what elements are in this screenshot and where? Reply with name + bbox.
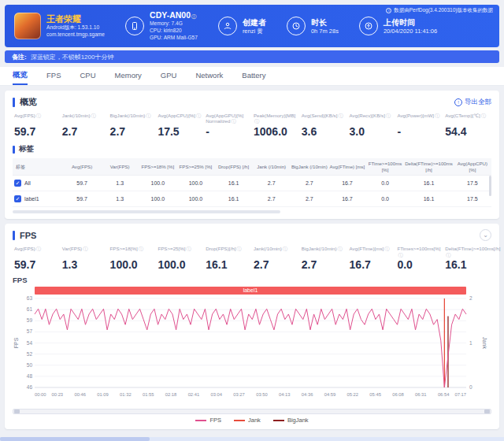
info-icon[interactable]: ⓘ: [36, 246, 41, 252]
row-checkbox[interactable]: ✓: [14, 195, 21, 202]
device-cpu: CPU: kirin820: [150, 28, 198, 35]
tab-gpu[interactable]: GPU: [161, 67, 177, 85]
tab-memory[interactable]: Memory: [115, 67, 142, 85]
table-cell: 1.3: [101, 191, 139, 207]
table-cell: 16.1: [215, 176, 253, 191]
report-header: 王者荣耀 Android版本: 1.53.1.10 com.tencent.tm…: [5, 5, 499, 47]
info-icon[interactable]: ⓘ: [283, 246, 287, 252]
duration-label: 时长: [311, 17, 339, 28]
table-cell: 100.0: [139, 176, 176, 191]
table-cell: 0.0: [366, 176, 404, 191]
row-label: label1: [24, 196, 39, 202]
table-header-cell: Var(FPS): [101, 158, 139, 176]
svg-text:07:17: 07:17: [454, 392, 466, 397]
upload-time-group: 上传时间 20/04/2020 11:41:06: [359, 17, 437, 35]
device-gpu: GPU: ARM Mali-G57: [150, 35, 198, 42]
upload-value: 20/04/2020 11:41:06: [384, 28, 437, 35]
info-icon[interactable]: ⓘ: [83, 246, 87, 252]
metric-value: -: [206, 125, 250, 138]
info-icon[interactable]: ⓘ: [446, 253, 450, 258]
overview-card: 概览 ↑ 导出全部 Avg(FPS)ⓘ59.7Jank(/10min)ⓘ2.7B…: [5, 91, 499, 219]
info-icon[interactable]: ⓘ: [398, 253, 402, 258]
metric: Var(FPS)ⓘ1.3: [61, 246, 109, 271]
info-icon[interactable]: ⓘ: [196, 113, 201, 119]
table-cell: 100.0: [176, 176, 214, 191]
info-icon[interactable]: ⓘ: [338, 246, 343, 252]
metric-label: Jank(/10min)ⓘ: [254, 246, 298, 258]
svg-text:04:13: 04:13: [279, 392, 291, 397]
slider-left-handle[interactable]: [14, 410, 20, 413]
legend-item-bigjank[interactable]: BigJank: [273, 417, 309, 424]
tab-network[interactable]: Network: [195, 67, 223, 85]
info-icon[interactable]: ⓘ: [191, 14, 196, 20]
info-icon[interactable]: ⓘ: [384, 246, 389, 252]
metric: Avg(Recv)[KB/s]ⓘ3.0: [348, 113, 396, 138]
svg-text:03:04: 03:04: [210, 392, 222, 397]
table-horizontal-scrollbar[interactable]: [13, 210, 280, 213]
table-row-label-cell: ✓label1: [13, 191, 63, 207]
table-cell: 17.5: [454, 176, 491, 191]
metric-value: 3.6: [302, 125, 346, 138]
chart-range-slider[interactable]: [13, 409, 491, 414]
info-icon[interactable]: ⓘ: [91, 113, 96, 119]
tab-fps[interactable]: FPS: [46, 67, 61, 85]
info-icon[interactable]: ⓘ: [386, 113, 391, 119]
metric: Avg(FPS)ⓘ59.7: [13, 246, 61, 271]
svg-text:0: 0: [469, 384, 472, 390]
creator-group: 创建者 renzi 黄: [218, 17, 266, 35]
info-icon[interactable]: ⓘ: [231, 119, 235, 124]
svg-text:Jank: Jank: [482, 337, 487, 349]
info-icon[interactable]: ⓘ: [186, 246, 191, 252]
legend-item-jank[interactable]: Jank: [234, 417, 261, 424]
metric-value: 2.7: [62, 125, 107, 138]
table-cell: 17.5: [454, 191, 491, 207]
metric: Avg(AppCPU)[%]ⓘ17.5: [156, 113, 204, 138]
metric-label: Avg(Send)[KB/s]ⓘ: [302, 113, 346, 124]
page-horizontal-scrollbar[interactable]: [0, 437, 504, 441]
table-cell: 16.1: [404, 191, 454, 207]
table-cell: 2.7: [291, 176, 328, 191]
info-icon[interactable]: ⓘ: [146, 113, 150, 119]
info-icon[interactable]: ⓘ: [254, 119, 259, 124]
metric-value: 16.1: [445, 258, 490, 271]
metric-value: 100.0: [110, 258, 155, 271]
info-icon[interactable]: ⓘ: [236, 246, 241, 252]
export-all-button[interactable]: ↑ 导出全部: [454, 98, 491, 107]
svg-text:52: 52: [27, 351, 33, 357]
tab-battery[interactable]: Battery: [242, 67, 265, 85]
legend-label: Jank: [248, 417, 261, 424]
metric-label: Delta(FTime)>=100ms[/h]ⓘ: [445, 246, 490, 258]
fps-metrics-row: Avg(FPS)ⓘ59.7Var(FPS)ⓘ1.3FPS>=18[%]ⓘ100.…: [13, 246, 491, 271]
metric: Jank(/10min)ⓘ2.7: [252, 246, 300, 271]
tab-cpu[interactable]: CPU: [80, 67, 95, 85]
svg-text:59: 59: [27, 317, 33, 323]
legend-item-fps[interactable]: FPS: [195, 417, 221, 424]
info-icon[interactable]: ⓘ: [481, 113, 486, 119]
tab-overview[interactable]: 概览: [13, 67, 28, 85]
table-header-cell: Avg(FTime) [ms]: [328, 158, 366, 176]
metric-label: Avg(AppGPU)[%] Normalizedⓘ: [206, 113, 250, 124]
fps-chart-svg[interactable]: 63615957545250484621000:0000:2300:4601:0…: [13, 295, 488, 405]
row-label: All: [24, 180, 31, 186]
metric: Drop(FPS)[/h]ⓘ16.1: [204, 246, 252, 271]
info-icon[interactable]: ⓘ: [36, 113, 41, 119]
metric-label: Avg(Recv)[KB/s]ⓘ: [350, 113, 395, 124]
table-vertical-scrollbar[interactable]: [489, 176, 491, 196]
row-checkbox[interactable]: ✓: [14, 180, 21, 187]
collapse-chevron-icon[interactable]: ⌄: [480, 229, 491, 241]
metric: Peak(Memory)[MB]ⓘ1006.0: [252, 113, 300, 138]
info-icon[interactable]: ⓘ: [435, 113, 439, 119]
metric-label: BigJank(/10min)ⓘ: [110, 113, 155, 124]
svg-text:46: 46: [27, 384, 33, 390]
metric-value: 0.0: [397, 258, 442, 271]
device-info-group: CDY-AN00ⓘ Memory: 7.4G CPU: kirin820 GPU…: [125, 10, 198, 41]
info-icon[interactable]: ⓘ: [338, 113, 343, 119]
page-scrollbar-thumb[interactable]: [0, 437, 150, 441]
device-memory: Memory: 7.4G: [150, 20, 198, 28]
metric: Avg(CTemp)[℃]ⓘ54.4: [443, 113, 491, 138]
metric: BigJank(/10min)ⓘ2.7: [300, 246, 348, 271]
perfdog-report-page: 王者荣耀 Android版本: 1.53.1.10 com.tencent.tm…: [0, 0, 504, 441]
slider-right-handle[interactable]: [484, 410, 490, 413]
info-icon[interactable]: ⓘ: [139, 246, 143, 252]
tab-bar: 概览FPSCPUMemoryGPUNetworkBattery: [0, 67, 504, 86]
